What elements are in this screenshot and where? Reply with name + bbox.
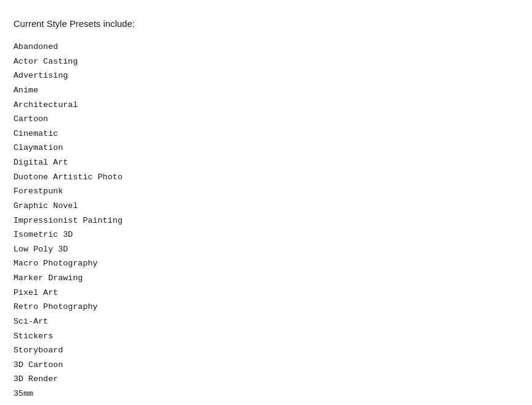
list-item: Isometric 3D bbox=[13, 228, 519, 242]
list-item: Retro Photography bbox=[13, 300, 519, 314]
list-item: Storyboard bbox=[13, 343, 519, 358]
list-item: Sci-Art bbox=[13, 314, 519, 329]
list-item: Pixel Art bbox=[13, 286, 519, 300]
list-item: Impressionist Painting bbox=[13, 214, 519, 228]
section-heading: Current Style Presets include: bbox=[13, 18, 519, 29]
list-item: Advertising bbox=[13, 69, 519, 83]
list-item: Anime bbox=[13, 83, 519, 98]
list-item: Architectural bbox=[13, 98, 519, 113]
list-item: 3D Render bbox=[13, 372, 519, 387]
list-item: Actor Casting bbox=[13, 54, 519, 69]
list-item: Forestpunk bbox=[13, 184, 519, 199]
list-item: Cartoon bbox=[13, 112, 519, 127]
list-item: 80s Vaporwave bbox=[13, 401, 519, 405]
list-item: Graphic Novel bbox=[13, 199, 519, 214]
list-item: Low Poly 3D bbox=[13, 242, 519, 257]
list-item: Stickers bbox=[13, 329, 519, 344]
list-item: Claymation bbox=[13, 141, 519, 155]
list-item: Macro Photography bbox=[13, 256, 519, 271]
list-item: 3D Cartoon bbox=[13, 358, 519, 373]
list-item: Digital Art bbox=[13, 155, 519, 170]
list-item: Marker Drawing bbox=[13, 271, 519, 286]
list-item: 35mm bbox=[13, 387, 519, 401]
presets-list: AbandonedActor CastingAdvertisingAnimeAr… bbox=[13, 40, 519, 405]
list-item: Abandoned bbox=[13, 40, 519, 54]
list-item: Cinematic bbox=[13, 127, 519, 141]
list-item: Duotone Artistic Photo bbox=[13, 170, 519, 185]
